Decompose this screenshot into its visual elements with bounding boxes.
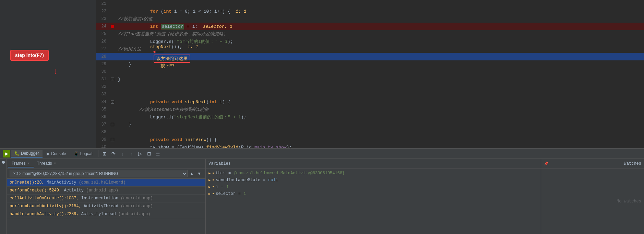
breakpoint-dot-24 (111, 25, 114, 28)
main-container: step into(F7) ↓ 21 22 for (int i = 0; i … (0, 0, 644, 234)
watches-pin: 📌 (544, 162, 548, 166)
stack-class-3: ActivityThread (84, 204, 121, 209)
stack-class-0: MainActivity (47, 180, 79, 185)
variables-list: ▶ ▪ this = {com.zsl.helloword.MainActivi… (206, 168, 541, 234)
tab-debugger[interactable]: 🐛 Debugger (11, 150, 43, 157)
stack-method-1: performCreate():5249, (10, 188, 64, 193)
panel-tabs: Frames ▼ Threads ▼ (7, 159, 205, 168)
no-watches-text: No watches (617, 199, 641, 204)
line-num-26: 26 (96, 39, 110, 44)
stack-package-2: (android.app) (121, 196, 153, 201)
line-marker-39: - (110, 138, 115, 141)
fold-icon-39[interactable]: - (111, 138, 114, 141)
stack-class-2: Instrumentation (81, 196, 121, 201)
thread-selector: "<1> main"@830,027,288,152 in group "mai… (7, 168, 205, 179)
code-line-32: 32 (96, 83, 644, 91)
step-out-btn[interactable]: ↑ (127, 150, 135, 158)
var-name-selector: selector (216, 191, 236, 196)
line-num-22: 22 (96, 9, 110, 14)
var-value-savedstate: null (268, 178, 278, 183)
line-num-24: 24 (96, 24, 110, 29)
console-icon: ▶ (47, 151, 50, 156)
var-expand-this[interactable]: ▶ (208, 171, 211, 175)
tab-threads[interactable]: Threads ▼ (34, 160, 60, 167)
var-item-savedstate[interactable]: ▶ ▪ savedInstanceState = null (206, 177, 541, 184)
var-value-i: 1 (226, 185, 229, 189)
side-buttons (0, 159, 7, 234)
line-num-28: 28 (96, 54, 110, 59)
stack-item-2[interactable]: callActivityOnCreate():1087, Instrumenta… (7, 195, 205, 202)
tab-console[interactable]: ▶ Console (43, 150, 70, 157)
code-line-28: 28 stepNext(i); i: 1 ◄——— 该方法跑到这里 按下F7 (96, 53, 644, 60)
stack-item-0[interactable]: onCreate():28, MainActivity (com.zsl.hel… (7, 179, 205, 187)
var-item-i[interactable]: ▶ ▪ i = 1 (206, 184, 541, 190)
var-item-this[interactable]: ▶ ▪ this = {com.zsl.helloword.MainActivi… (206, 170, 541, 177)
fold-icon-37[interactable]: - (111, 123, 114, 126)
var-value-selector: 1 (243, 191, 246, 196)
line-num-39: 39 (96, 137, 110, 142)
code-line-29: 29 } (96, 60, 644, 68)
var-eq-this: = (228, 171, 231, 176)
debug-content: Frames ▼ Threads ▼ "<1> main"@830,027,28… (0, 159, 644, 234)
watches-header: 📌 Watches (541, 159, 644, 168)
debug-panel: ▶ 🐛 Debugger ▶ Console 📱 Logcat ⊞ ↷ ↓ ↑ … (0, 148, 644, 234)
stack-class-1: Activity (64, 188, 86, 193)
line-num-23: 23 (96, 16, 110, 21)
code-line-31: 31 - } (96, 75, 644, 83)
line-content-37: } (115, 122, 644, 127)
var-name-i: i (216, 185, 218, 189)
var-name-savedstate: savedInstanceState (216, 178, 260, 183)
var-eq-savedstate: = (263, 178, 265, 183)
stack-class-4: ActivityThread (81, 212, 118, 217)
var-item-selector[interactable]: ▶ ▪ selector = 1 (206, 190, 541, 197)
line-num-30: 30 (96, 69, 110, 74)
thread-prev-btn[interactable]: ▲ (188, 170, 195, 177)
stack-method-2: callActivityOnCreate():1087, (10, 196, 81, 201)
thread-select[interactable]: "<1> main"@830,027,288,152 in group "mai… (10, 170, 188, 177)
stack-item-1[interactable]: performCreate():5249, Activity (android.… (7, 187, 205, 195)
var-expand-selector[interactable]: ▶ (208, 192, 211, 196)
var-type-i: ▪ (212, 185, 214, 189)
thread-next-btn[interactable]: ▼ (196, 170, 203, 177)
editor-area: step into(F7) ↓ 21 22 for (int i = 0; i … (0, 0, 644, 148)
restore-layout-btn[interactable]: ⊞ (100, 150, 109, 158)
var-type-savedstate: ▪ (212, 178, 214, 183)
stack-method-0: onCreate():28, (10, 180, 47, 185)
watches-title: Watches (624, 161, 641, 166)
line-marker-34: - (110, 100, 115, 104)
left-gutter: step into(F7) ↓ (0, 0, 96, 148)
stack-item-3[interactable]: performLaunchActivity():2154, ActivityTh… (7, 202, 205, 210)
line-num-32: 32 (96, 84, 110, 89)
code-line-34: 34 - private void stepNext(int i) { (96, 98, 644, 106)
line-num-40: 40 (96, 145, 110, 148)
line-num-33: 33 (96, 92, 110, 97)
line-num-36: 36 (96, 115, 110, 119)
step-into-btn[interactable]: ↓ (118, 150, 127, 158)
side-indicator (2, 161, 5, 164)
watches-panel: 📌 Watches No watches (541, 159, 644, 234)
fold-icon-34[interactable]: - (111, 100, 114, 104)
var-expand-i[interactable]: ▶ (208, 185, 211, 189)
stack-item-4[interactable]: handleLaunchActivity():2239, ActivityThr… (7, 210, 205, 218)
frames-panel: Frames ▼ Threads ▼ "<1> main"@830,027,28… (7, 159, 206, 234)
variables-header: Variables (206, 159, 541, 168)
line-content-41: tv_show.setText(com.zsl.hellojni.MainAct… (115, 147, 644, 149)
line-num-34: 34 (96, 100, 110, 104)
tab-frames[interactable]: Frames ▼ (8, 160, 34, 167)
frames-label: Frames (12, 161, 26, 166)
evaluate-btn[interactable]: ⊡ (145, 150, 153, 158)
stack-package-1: (android.app) (86, 188, 118, 193)
watches-content: No watches (541, 168, 644, 234)
var-expand-savedstate[interactable]: ▶ (208, 178, 211, 182)
fold-icon-31[interactable]: - (111, 78, 114, 81)
var-eq-selector: = (238, 191, 241, 196)
tab-logcat[interactable]: 📱 Logcat (70, 150, 96, 157)
code-lines: 21 22 for (int i = 0; i < 10; i++) { i: … (96, 0, 644, 148)
run-to-cursor-btn[interactable]: ▷ (136, 150, 144, 158)
frames-btn[interactable]: ☰ (154, 150, 162, 158)
run-button[interactable]: ▶ (3, 150, 10, 157)
step-over-btn[interactable]: ↷ (109, 150, 118, 158)
var-type-this: ▪ (212, 171, 214, 176)
var-name-this: this (216, 171, 226, 176)
stack-method-4: handleLaunchActivity():2239, (10, 212, 81, 217)
